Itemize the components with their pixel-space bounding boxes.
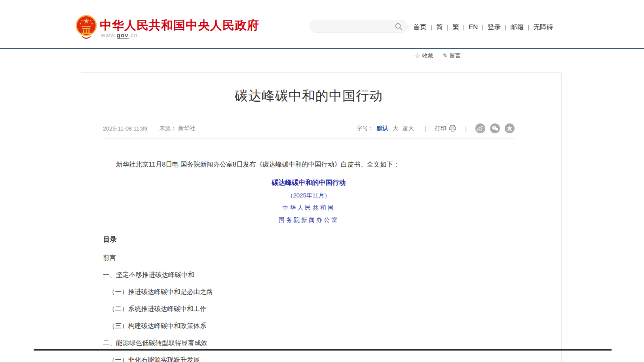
toc-item-1-1: （一）推进碳达峰碳中和是必由之路 <box>103 288 515 295</box>
nav-separator: | <box>431 24 432 30</box>
fontsize-large-button[interactable]: 大 <box>393 125 399 132</box>
printer-icon <box>449 125 456 132</box>
share-icons <box>475 123 515 133</box>
nav-separator: | <box>505 24 506 30</box>
wechat-share-icon[interactable] <box>490 123 500 133</box>
meta-separator: | <box>424 125 426 132</box>
nav-accessibility[interactable]: 无障碍 <box>533 23 553 31</box>
page-tools: ☆ 收藏 ✎ 留言 <box>415 52 461 59</box>
nav-separator: | <box>482 24 483 30</box>
toc-item-preface: 前言 <box>103 254 515 261</box>
pencil-icon: ✎ <box>443 52 448 59</box>
header-divider-line <box>0 48 644 49</box>
window-bottom-edge <box>34 349 612 351</box>
toc-item-section-2: 二、能源绿色低碳转型取得显著成效 <box>103 339 515 346</box>
article-meta-row: 2025-11-08 11:39 来源： 新华社 字号： 默认 大 超大 | 打… <box>103 123 515 139</box>
site-url-www: www. <box>101 32 117 38</box>
fontsize-xlarge-button[interactable]: 超大 <box>402 125 414 132</box>
article-title: 碳达峰碳中和的中国行动 <box>103 73 515 105</box>
article-date: 2025-11-08 11:39 <box>103 125 147 132</box>
site-url: www.gov.cn <box>101 32 138 38</box>
nav-login[interactable]: 登录 <box>487 23 501 31</box>
top-nav: 首页|简|繁|EN|登录|邮箱|无障碍 <box>413 23 553 32</box>
favorite-button[interactable]: ☆ 收藏 <box>415 52 433 59</box>
document-title: 碳达峰碳中和的中国行动 <box>103 178 515 187</box>
toc-item-section-1: 一、坚定不移推进碳达峰碳中和 <box>103 271 515 278</box>
weibo-share-icon[interactable] <box>475 123 485 133</box>
fontsize-label: 字号： <box>356 125 374 132</box>
star-share-icon[interactable] <box>505 123 515 133</box>
site-url-gov: gov <box>117 32 129 39</box>
nav-mail[interactable]: 邮箱 <box>510 23 524 31</box>
site-url-cn: .cn <box>129 32 138 38</box>
toc-heading: 目录 <box>103 235 515 244</box>
message-label: 留言 <box>450 52 461 59</box>
nav-home[interactable]: 首页 <box>413 23 427 31</box>
article-source: 来源： 新华社 <box>159 125 195 132</box>
document-author-line: 国务院新闻办公室 <box>103 216 515 224</box>
lead-paragraph: 新华社北京11月8日电 国务院新闻办公室8日发布《碳达峰碳中和的中国行动》白皮书… <box>103 160 515 169</box>
meta-separator: | <box>465 125 467 132</box>
favorite-label: 收藏 <box>422 52 433 59</box>
search-icon[interactable] <box>395 23 403 30</box>
source-label: 来源： <box>159 125 177 131</box>
article-meta-right: 字号： 默认 大 超大 | 打印 | <box>356 123 515 133</box>
document-author-line: 中华人民共和国 <box>103 204 515 212</box>
search-box[interactable] <box>310 20 408 33</box>
site-title: 中华人民共和国中央人民政府 <box>100 17 259 34</box>
source-value: 新华社 <box>178 125 196 131</box>
print-button[interactable]: 打印 <box>435 125 456 132</box>
nav-separator: | <box>447 24 448 30</box>
nav-separator: | <box>463 24 465 30</box>
toc-item-1-2: （二）系统推进碳达峰碳中和工作 <box>103 305 515 312</box>
national-emblem-logo <box>75 14 98 40</box>
nav-separator: | <box>528 24 529 30</box>
print-label: 打印 <box>435 125 446 132</box>
search-input[interactable] <box>315 23 395 30</box>
toc-item-2-1: （一）非化石能源实现跃升发展 <box>103 356 515 362</box>
article-meta-left: 2025-11-08 11:39 来源： 新华社 <box>103 125 195 132</box>
message-button[interactable]: ✎ 留言 <box>443 52 461 59</box>
nav-traditional[interactable]: 繁 <box>452 23 459 31</box>
star-icon: ☆ <box>415 52 420 59</box>
document-date: （2025年11月） <box>103 192 515 199</box>
site-header: 中华人民共和国中央人民政府 www.gov.cn 首页|简|繁|EN|登录|邮箱… <box>0 0 644 48</box>
nav-english[interactable]: EN <box>469 23 478 31</box>
nav-simplified[interactable]: 简 <box>436 23 443 31</box>
toc-item-1-3: （三）构建碳达峰碳中和政策体系 <box>103 322 515 329</box>
fontsize-default-button[interactable]: 默认 <box>377 125 388 132</box>
article-card: 碳达峰碳中和的中国行动 2025-11-08 11:39 来源： 新华社 字号：… <box>81 72 562 362</box>
